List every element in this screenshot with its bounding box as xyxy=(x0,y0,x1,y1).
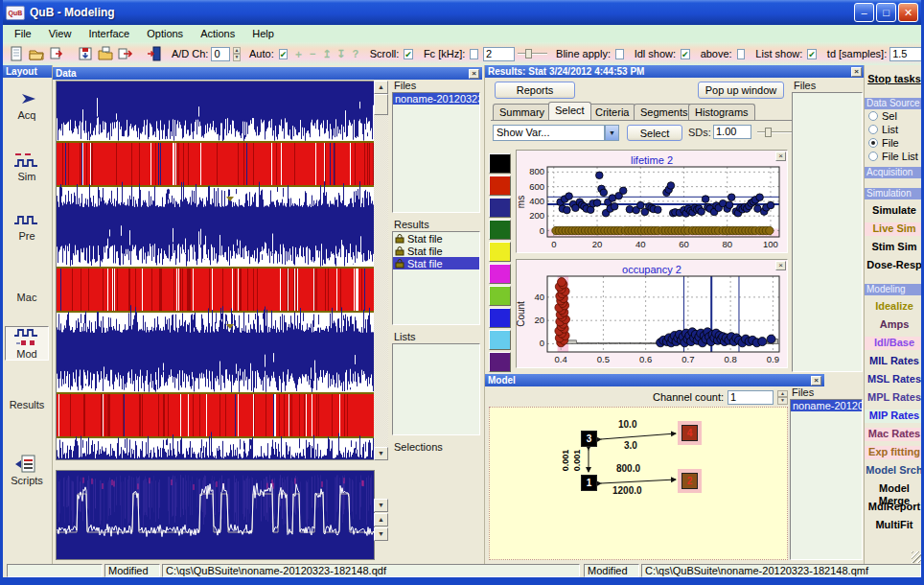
radio-file[interactable]: File xyxy=(865,136,924,150)
menu-options[interactable]: Options xyxy=(138,27,192,40)
new-file-icon[interactable] xyxy=(8,45,25,63)
class-color-swatch[interactable] xyxy=(489,220,511,240)
scale-up-icon[interactable]: ▲ xyxy=(374,513,388,526)
rate-2-1[interactable]: 1200.0 xyxy=(612,485,642,496)
chevron-down-icon[interactable]: ▼ xyxy=(605,125,619,141)
rate-4-3[interactable]: 3.0 xyxy=(624,440,637,451)
help-icon[interactable]: ? xyxy=(350,48,361,59)
class-color-swatch[interactable] xyxy=(489,330,511,350)
exit-door-icon[interactable] xyxy=(146,45,163,63)
data-panel-close-icon[interactable]: × xyxy=(469,69,479,79)
reports-button[interactable]: Reports xyxy=(495,82,575,99)
open-folder-icon[interactable] xyxy=(97,45,114,63)
tab-segments[interactable]: Segments xyxy=(634,104,695,120)
idlshow-checkbox[interactable]: ✔ xyxy=(681,49,690,59)
above-checkbox[interactable] xyxy=(737,49,746,59)
menu-view[interactable]: View xyxy=(40,27,81,40)
rate-3-1[interactable]: 0.001 xyxy=(561,450,570,472)
arrow-up-icon[interactable]: ↥ xyxy=(321,48,333,60)
task-mip-rates[interactable]: MIP Rates xyxy=(865,410,924,423)
task-model-srch[interactable]: Model Srch xyxy=(865,464,924,478)
menu-interface[interactable]: Interface xyxy=(80,27,138,40)
task-simulate[interactable]: Simulate xyxy=(865,204,924,218)
class-color-swatch[interactable] xyxy=(489,153,511,174)
sds-input[interactable]: 1.00 xyxy=(713,125,751,139)
task-msl-rates[interactable]: MSL Rates xyxy=(865,373,924,386)
task-model-merge[interactable]: Model Merge xyxy=(865,482,924,496)
class-color-swatch[interactable] xyxy=(489,242,511,262)
model-files-listbox[interactable]: noname-201203 xyxy=(790,399,863,560)
model-state-3[interactable]: 3 xyxy=(581,431,597,447)
listshow-checkbox[interactable]: ✔ xyxy=(807,49,817,59)
stop-tasks-link[interactable]: Stop tasks xyxy=(865,73,924,84)
task-dose-resp[interactable]: Dose-Resp xyxy=(865,259,924,272)
tab-criteria[interactable]: Criteria xyxy=(589,104,635,120)
fc-checkbox[interactable] xyxy=(470,49,478,59)
sidebar-item-results[interactable]: Results xyxy=(5,399,49,410)
tab-summary[interactable]: Summary xyxy=(493,104,551,120)
task-idealize[interactable]: Idealize xyxy=(865,300,924,314)
channel-count-input[interactable]: 1 xyxy=(728,390,774,405)
close-button[interactable]: ✕ xyxy=(898,3,918,22)
task-mil-rates[interactable]: MIL Rates xyxy=(865,355,924,368)
task-live-sim[interactable]: Live Sim xyxy=(865,222,924,236)
popup-window-button[interactable]: Pop up window xyxy=(698,82,784,99)
model-file-item[interactable]: noname-201203 xyxy=(791,400,862,411)
chart-close-icon[interactable]: × xyxy=(775,261,786,270)
class-color-swatch[interactable] xyxy=(489,308,511,328)
task-exp-fitting[interactable]: Exp fitting xyxy=(865,446,924,459)
scroll-down-icon[interactable]: ▼ xyxy=(374,447,388,460)
task-stim-sim[interactable]: Stim Sim xyxy=(865,241,924,254)
menu-actions[interactable]: Actions xyxy=(192,27,243,40)
class-color-swatch[interactable] xyxy=(489,198,511,218)
scale-down2-icon[interactable]: ▼ xyxy=(374,527,388,541)
minimize-button[interactable]: – xyxy=(854,3,874,22)
auto-checkbox[interactable]: ✔ xyxy=(279,49,289,59)
adch-input[interactable]: 0 xyxy=(211,47,229,61)
fc-slider[interactable] xyxy=(518,48,547,59)
convert-file-icon[interactable] xyxy=(117,45,134,63)
chart-close-icon[interactable]: × xyxy=(775,152,786,161)
import-data-icon[interactable] xyxy=(48,45,65,63)
td-input[interactable]: 1.5 xyxy=(889,47,924,61)
radio-file-list[interactable]: File List xyxy=(865,150,924,163)
selection-trace-plot[interactable] xyxy=(56,470,375,560)
menu-file[interactable]: File xyxy=(6,27,40,40)
channel-count-spinner[interactable]: ▲▼ xyxy=(777,390,788,405)
task-amps[interactable]: Amps xyxy=(865,318,924,332)
task-mac-rates[interactable]: Mac Rates xyxy=(865,428,924,441)
stat-file-item-selected[interactable]: Stat file xyxy=(393,257,479,269)
model-state-1[interactable]: 1 xyxy=(581,475,597,491)
class-color-swatch[interactable] xyxy=(489,264,511,284)
results-listbox[interactable]: Stat file Stat file Stat file xyxy=(392,231,480,325)
fc-input[interactable]: 2 xyxy=(483,47,515,61)
occupancy-plot[interactable]: 0.40.50.60.70.80.902040Count xyxy=(517,273,787,371)
lifetime-plot[interactable]: 0204060801000200400600800ms xyxy=(517,164,787,256)
model-state-2[interactable]: 2 xyxy=(681,473,698,489)
results-panel-close-icon[interactable]: × xyxy=(851,67,862,77)
results-files-listbox[interactable] xyxy=(792,92,863,372)
selections-area[interactable] xyxy=(392,454,480,561)
radio-list[interactable]: List xyxy=(865,123,924,136)
file-list-item[interactable]: noname-20120323- xyxy=(393,93,479,105)
plus-icon[interactable]: ＋ xyxy=(292,47,304,61)
model-state-canvas[interactable]: 3 4 1 2 10.0 3.0 800.0 1200.0 0.001 0.00… xyxy=(489,407,788,560)
sidebar-item-pre[interactable]: Pre xyxy=(5,209,49,242)
task-multifit[interactable]: MultiFit xyxy=(865,519,924,532)
data-vertical-scrollbar[interactable]: ▲ ▼ xyxy=(374,81,388,460)
open-file-icon[interactable] xyxy=(28,45,45,63)
resize-grip[interactable] xyxy=(912,551,923,563)
lists-listbox[interactable] xyxy=(392,343,480,435)
rate-1-2[interactable]: 800.0 xyxy=(616,463,640,474)
tab-histograms[interactable]: Histograms xyxy=(688,104,755,120)
data-trace-plot[interactable] xyxy=(56,81,375,460)
save-file-icon[interactable] xyxy=(77,45,94,63)
class-color-swatch[interactable] xyxy=(489,176,511,196)
files-listbox[interactable]: noname-20120323- xyxy=(392,92,480,213)
scrollbar-thumb[interactable] xyxy=(374,94,388,115)
rate-1-3[interactable]: 0.001 xyxy=(572,450,582,472)
task-idl-base[interactable]: Idl/Base xyxy=(865,337,924,350)
radio-sel[interactable]: Sel xyxy=(865,109,924,123)
stat-file-item[interactable]: Stat file xyxy=(393,245,479,257)
scroll-up-icon[interactable]: ▲ xyxy=(374,81,388,94)
